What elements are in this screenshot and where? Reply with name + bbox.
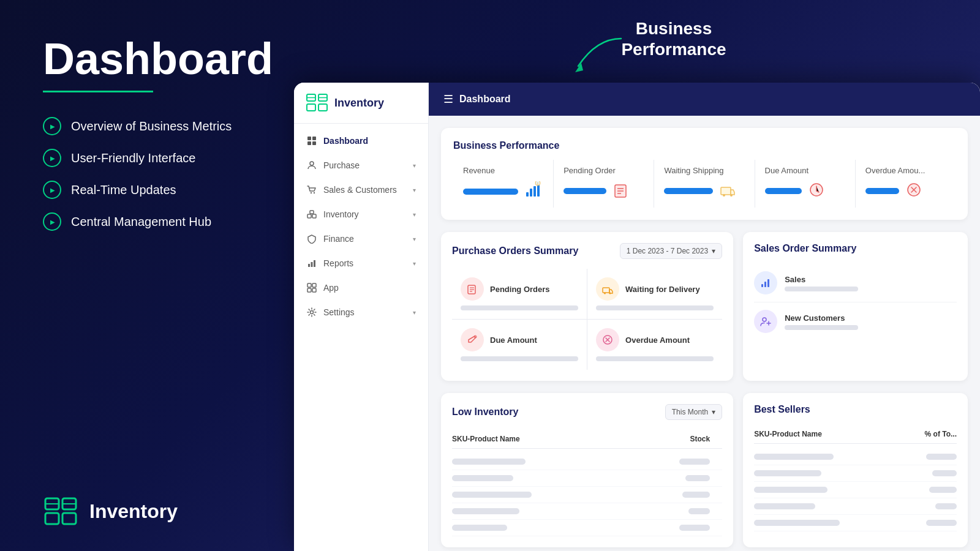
svg-rect-33 (533, 186, 536, 197)
content-area: Business Performance Revenue (429, 116, 980, 551)
main-content: ☰ Dashboard Business Performance Revenue (429, 83, 980, 551)
boxes-icon (306, 209, 317, 220)
left-panel: Dashboard Overview of Business Metrics U… (0, 0, 294, 551)
title-underline (43, 91, 153, 92)
month-filter-text: This Month (672, 408, 708, 416)
svg-rect-57 (761, 284, 763, 287)
gear-icon (306, 307, 317, 318)
overdue-icon (905, 181, 922, 201)
bullet-icon (43, 149, 61, 167)
metric-label: Revenue (463, 166, 543, 175)
waiting-delivery-icon (596, 277, 619, 301)
col-stock: Stock (690, 435, 710, 443)
svg-rect-25 (314, 260, 315, 267)
waiting-delivery-label: Waiting for Delivery (625, 285, 700, 294)
metric-bar (664, 188, 713, 194)
order-grid: Pending Orders (452, 269, 722, 370)
low-inventory-header: Low Inventory This Month ▾ (452, 404, 722, 420)
svg-point-30 (311, 311, 314, 314)
chevron-down-icon: ▾ (413, 187, 416, 193)
col-sku: SKU-Product Name (452, 435, 520, 443)
order-cell-due: Due Amount (452, 320, 587, 370)
svg-point-17 (310, 162, 314, 165)
low-inventory-rows (452, 454, 722, 536)
pending-orders-label: Pending Orders (490, 285, 550, 294)
chevron-down-icon: ▾ (413, 260, 416, 267)
pending-orders-icon (461, 277, 484, 301)
sidebar-item-label: Inventory (323, 209, 407, 219)
main-header: ☰ Dashboard (429, 83, 980, 116)
customers-info: New Customers (785, 313, 858, 330)
bullet-icon (43, 117, 61, 135)
svg-rect-22 (310, 211, 314, 214)
metric-label: Pending Order (564, 166, 644, 175)
annotation-area: BusinessPerformance (294, 0, 980, 86)
sidebar-item-label: Settings (323, 307, 407, 317)
person-icon (306, 160, 317, 171)
sidebar-logo-text: Inventory (334, 97, 384, 110)
svg-rect-50 (603, 288, 609, 293)
sidebar-item-label: Purchase (323, 160, 407, 170)
date-range-selector[interactable]: 1 Dec 2023 - 7 Dec 2023 ▾ (620, 243, 722, 259)
chevron-down-icon: ▾ (413, 309, 416, 316)
feature-label: Central Management Hub (71, 215, 211, 229)
order-cell-waiting: Waiting for Delivery (587, 269, 722, 319)
svg-point-52 (609, 293, 611, 294)
due-amount-icon (461, 328, 484, 351)
annotation: BusinessPerformance (548, 18, 726, 59)
svg-rect-24 (311, 262, 313, 267)
feature-list: Overview of Business Metrics User-Friend… (43, 117, 263, 471)
overdue-amount-icon (596, 328, 619, 351)
sidebar-item-label: Finance (323, 234, 407, 244)
logo-icon-large (43, 496, 80, 527)
svg-rect-29 (312, 288, 316, 292)
month-filter-selector[interactable]: This Month ▾ (665, 404, 722, 420)
metric-bar-row (865, 181, 946, 201)
grid-icon (306, 135, 317, 146)
sales-icon (754, 271, 777, 294)
customers-label: New Customers (785, 313, 858, 323)
page-title: Dashboard (43, 37, 263, 81)
sidebar-item-purchase[interactable]: Purchase ▾ (294, 153, 428, 178)
sidebar-item-inventory[interactable]: Inventory ▾ (294, 202, 428, 227)
list-item: Overview of Business Metrics (43, 117, 263, 135)
svg-rect-26 (307, 283, 311, 287)
sidebar-item-label: App (323, 283, 416, 293)
svg-rect-41 (721, 187, 731, 195)
sidebar: Inventory Dashboard (294, 83, 429, 551)
low-inventory-table-header: SKU-Product Name Stock (452, 430, 722, 449)
table-row (754, 498, 957, 515)
metric-bar (463, 189, 518, 195)
feature-label: Overview of Business Metrics (71, 119, 232, 133)
table-row (754, 482, 957, 498)
metric-bar-row (664, 181, 744, 201)
date-range-text: 1 Dec 2023 - 7 Dec 2023 (627, 247, 708, 255)
sidebar-item-settings[interactable]: Settings ▾ (294, 300, 428, 324)
sidebar-item-reports[interactable]: Reports ▾ (294, 251, 428, 276)
sales-bar (785, 287, 858, 291)
order-bar (461, 305, 578, 310)
svg-point-51 (604, 293, 606, 294)
svg-point-43 (730, 194, 733, 197)
svg-rect-27 (312, 283, 316, 287)
order-cell-header: Waiting for Delivery (596, 277, 714, 301)
hamburger-icon[interactable]: ☰ (443, 92, 453, 106)
purchase-orders-card: Purchase Orders Summary 1 Dec 2023 - 7 D… (441, 232, 733, 381)
sidebar-logo (306, 94, 328, 112)
sidebar-item-sales[interactable]: Sales & Customers ▾ (294, 178, 428, 202)
best-sellers-table-header: SKU-Product Name % of To... (754, 425, 957, 444)
table-row (452, 487, 722, 503)
customers-icon (754, 310, 777, 333)
overdue-amount-label: Overdue Amount (625, 335, 690, 345)
table-row (452, 503, 722, 520)
middle-section: Purchase Orders Summary 1 Dec 2023 - 7 D… (441, 232, 968, 381)
best-sellers-header: Best Sellers (754, 404, 957, 415)
purchase-orders-header: Purchase Orders Summary 1 Dec 2023 - 7 D… (452, 243, 722, 259)
order-cell-header: Overdue Amount (596, 328, 714, 351)
list-item: Central Management Hub (43, 212, 263, 231)
sidebar-item-dashboard[interactable]: Dashboard (294, 129, 428, 153)
sidebar-item-app[interactable]: App (294, 276, 428, 300)
sidebar-nav: Dashboard Purchase ▾ (294, 124, 428, 551)
sidebar-item-finance[interactable]: Finance ▾ (294, 227, 428, 251)
svg-rect-21 (312, 214, 316, 218)
